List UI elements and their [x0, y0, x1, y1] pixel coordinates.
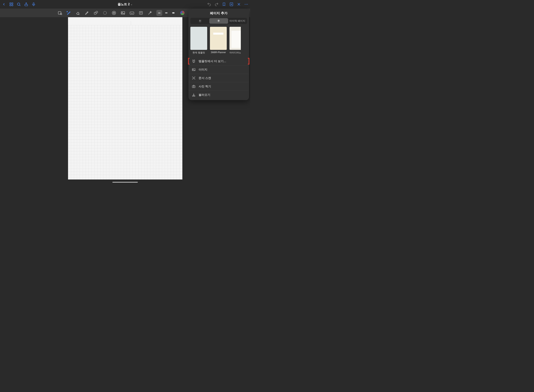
- template-label: 현재 템플릿: [190, 51, 207, 54]
- svg-point-23: [103, 11, 107, 14]
- segment-after[interactable]: 후: [209, 18, 228, 24]
- highlighter-tool-icon[interactable]: [84, 10, 89, 15]
- position-segment-control: 전 후 마지막 페이지: [190, 18, 247, 24]
- top-bar-right: [133, 2, 249, 7]
- note-page[interactable]: [68, 17, 182, 179]
- svg-point-38: [193, 86, 194, 87]
- add-page-panel: 페이지 추가 전 후 마지막 페이지 현재 템플릿 3M8R-Planner 아…: [188, 9, 249, 100]
- stroke-medium[interactable]: [163, 10, 169, 16]
- undo-icon[interactable]: [207, 2, 212, 7]
- svg-rect-36: [193, 77, 195, 79]
- template-thumb-planner: [210, 27, 227, 50]
- action-scan[interactable]: 문서 스캔: [188, 74, 249, 82]
- svg-rect-3: [12, 5, 13, 6]
- template-idea[interactable]: 아이디어노트: [229, 27, 241, 54]
- eraser-tool-icon[interactable]: [75, 10, 80, 15]
- svg-point-16: [247, 4, 248, 5]
- svg-point-15: [246, 4, 247, 5]
- back-icon[interactable]: [2, 2, 6, 7]
- template-label: 3M8R-Planner: [210, 51, 227, 54]
- action-image[interactable]: 이미지: [188, 65, 249, 74]
- search-icon[interactable]: [16, 2, 21, 7]
- svg-rect-1: [12, 3, 13, 4]
- svg-line-19: [62, 14, 62, 15]
- text-tool-icon[interactable]: [138, 10, 144, 15]
- svg-rect-0: [10, 3, 11, 4]
- action-label: 템플릿에서 더 보기...: [199, 59, 226, 63]
- action-list: 템플릿에서 더 보기... 이미지 문서 스캔 사진 찍기 불러오기: [188, 57, 249, 99]
- action-more-templates[interactable]: 템플릿에서 더 보기...: [188, 57, 249, 65]
- share-icon[interactable]: [24, 2, 28, 7]
- action-camera[interactable]: 사진 찍기: [188, 82, 249, 90]
- highlight-bracket-right: [248, 58, 249, 65]
- svg-rect-37: [192, 86, 195, 88]
- template-thumb-idea: [229, 27, 241, 50]
- close-icon[interactable]: [237, 2, 241, 7]
- svg-line-5: [19, 5, 20, 6]
- template-row: 현재 템플릿 3M8R-Planner 아이디어노트: [188, 27, 249, 56]
- lasso-tool-icon[interactable]: [102, 10, 107, 15]
- bookmark-icon[interactable]: [222, 2, 226, 7]
- svg-rect-17: [58, 12, 61, 14]
- laser-tool-icon[interactable]: [147, 10, 153, 15]
- action-label: 이미지: [199, 68, 207, 72]
- svg-rect-27: [130, 12, 134, 14]
- svg-point-22: [96, 11, 98, 13]
- template-current[interactable]: 현재 템플릿: [190, 27, 207, 54]
- svg-point-14: [245, 4, 245, 5]
- action-label: 불러오기: [199, 93, 210, 97]
- favorites-tool-icon[interactable]: [111, 10, 116, 15]
- scan-icon: [191, 76, 196, 80]
- highlight-bracket-left: [188, 58, 190, 65]
- svg-rect-7: [33, 3, 34, 5]
- segment-last[interactable]: 마지막 페이지: [228, 18, 247, 24]
- grid-icon[interactable]: [9, 2, 14, 7]
- segment-before[interactable]: 전: [191, 18, 209, 24]
- add-page-icon[interactable]: [229, 2, 234, 7]
- keyboard-tool-icon[interactable]: [129, 10, 135, 15]
- panel-title: 페이지 추가: [188, 11, 249, 15]
- image-tool-icon[interactable]: [121, 10, 125, 15]
- redo-icon[interactable]: [214, 2, 219, 7]
- zoom-tool-icon[interactable]: [57, 10, 63, 15]
- shape-tool-icon[interactable]: [93, 10, 98, 15]
- camera-icon: [191, 84, 196, 89]
- template-label: 아이디어노트: [229, 51, 241, 54]
- svg-rect-2: [10, 5, 11, 6]
- home-indicator: [112, 182, 138, 183]
- title-text: 줄노트 2: [118, 2, 130, 6]
- svg-rect-39: [192, 96, 195, 96]
- svg-point-4: [17, 3, 20, 5]
- action-label: 문서 스캔: [199, 76, 211, 80]
- more-icon[interactable]: [244, 2, 249, 7]
- color-picker-icon[interactable]: [180, 11, 185, 15]
- stroke-thick[interactable]: [170, 10, 176, 16]
- stroke-width-group: [156, 10, 176, 16]
- action-import[interactable]: 불러오기: [188, 90, 249, 99]
- template-thumb-current: [190, 27, 207, 50]
- action-label: 사진 찍기: [199, 85, 211, 88]
- image-icon: [191, 67, 196, 72]
- stroke-thin[interactable]: [156, 10, 162, 16]
- import-icon: [191, 93, 196, 97]
- document-title[interactable]: 줄노트 2 ⌄: [118, 2, 132, 6]
- top-bar-left: [2, 2, 118, 7]
- template-planner[interactable]: 3M8R-Planner: [210, 27, 227, 54]
- top-toolbar: 줄노트 2 ⌄: [0, 0, 250, 9]
- template-icon: [191, 59, 196, 63]
- pen-tool-icon[interactable]: ✱: [66, 10, 72, 15]
- mic-icon[interactable]: [31, 2, 36, 7]
- chevron-down-icon: ⌄: [130, 3, 133, 6]
